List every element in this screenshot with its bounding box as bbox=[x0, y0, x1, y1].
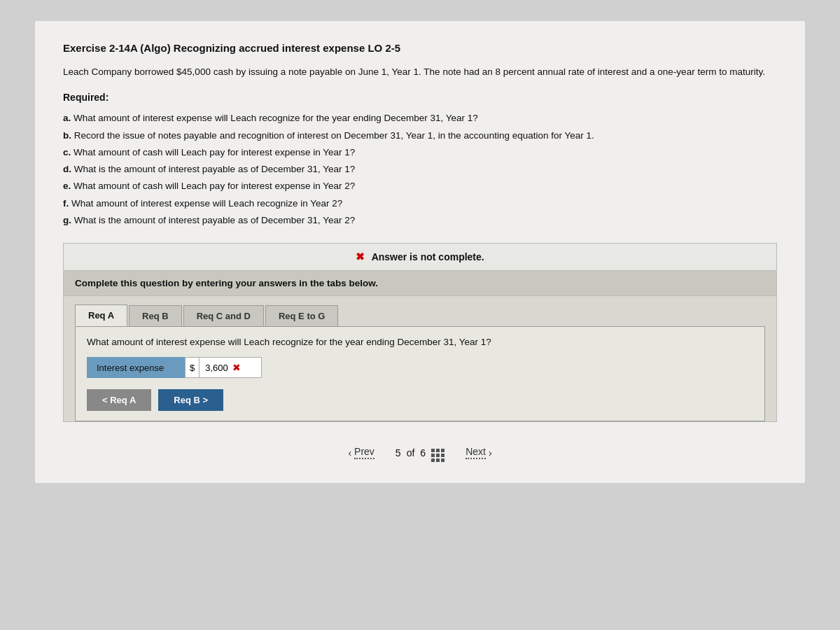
next-req-label: Req B > bbox=[174, 395, 208, 405]
page-info: 5 of 6 bbox=[396, 443, 444, 462]
tab-req-b[interactable]: Req B bbox=[129, 305, 182, 326]
req-f-text: f. What amount of interest expense will … bbox=[63, 195, 777, 212]
input-value: 3,600 bbox=[205, 363, 228, 373]
interest-expense-label: Interest expense bbox=[87, 357, 185, 378]
prev-arrow-icon: ‹ bbox=[348, 447, 351, 458]
requirements-list: a. What amount of interest expense will … bbox=[63, 110, 777, 229]
of-label: of bbox=[407, 447, 415, 458]
tab-req-eg-label: Req E to G bbox=[279, 311, 325, 321]
tab-req-cd-label: Req C and D bbox=[197, 311, 251, 321]
total-pages: 6 bbox=[420, 447, 426, 458]
nav-buttons: < Req A Req B > bbox=[87, 389, 753, 411]
grid-icon bbox=[431, 443, 444, 462]
next-page-link[interactable]: Next › bbox=[465, 446, 491, 459]
tab-req-a-label: Req A bbox=[88, 310, 114, 321]
input-row: Interest expense $ 3,600 ✖ bbox=[87, 357, 753, 378]
tab-req-eg[interactable]: Req E to G bbox=[265, 305, 338, 326]
prev-page-link[interactable]: ‹ Prev bbox=[348, 446, 374, 459]
prev-page-label: Prev bbox=[354, 446, 374, 459]
answer-status-text: Answer is not complete. bbox=[372, 251, 484, 262]
tab-content-area: What amount of interest expense will Lea… bbox=[75, 326, 765, 421]
req-e-text: e. What amount of cash will Leach pay fo… bbox=[63, 178, 777, 195]
clear-input-button[interactable]: ✖ bbox=[232, 362, 241, 373]
answer-box: ✖ Answer is not complete. Complete this … bbox=[63, 243, 777, 422]
complete-instruction: Complete this question by entering your … bbox=[64, 271, 776, 296]
req-d-text: d. What is the amount of interest payabl… bbox=[63, 161, 777, 178]
next-arrow-icon: › bbox=[489, 447, 492, 458]
tab-req-cd[interactable]: Req C and D bbox=[183, 305, 264, 326]
intro-text: Leach Company borrowed $45,000 cash by i… bbox=[63, 65, 777, 79]
tab-req-b-label: Req B bbox=[142, 311, 169, 321]
req-c-text: c. What amount of cash will Leach pay fo… bbox=[63, 144, 777, 161]
next-req-button[interactable]: Req B > bbox=[158, 389, 223, 411]
prev-req-button[interactable]: < Req A bbox=[87, 389, 151, 411]
tab-req-a[interactable]: Req A bbox=[75, 304, 127, 326]
req-b-text: b. Record the issue of notes payable and… bbox=[63, 127, 777, 144]
exercise-title: Exercise 2-14A (Algo) Recognizing accrue… bbox=[63, 42, 777, 54]
next-page-label: Next bbox=[465, 446, 486, 459]
status-x-icon: ✖ bbox=[356, 251, 365, 262]
answer-status-bar: ✖ Answer is not complete. bbox=[64, 244, 776, 271]
current-page: 5 bbox=[396, 447, 401, 458]
tab-question: What amount of interest expense will Lea… bbox=[87, 337, 753, 347]
page-container: Exercise 2-14A (Algo) Recognizing accrue… bbox=[35, 21, 805, 483]
required-label: Required: bbox=[63, 92, 777, 103]
req-a-text: a. What amount of interest expense will … bbox=[63, 110, 777, 127]
dollar-sign: $ bbox=[185, 357, 199, 378]
prev-req-label: < Req A bbox=[102, 395, 136, 405]
interest-expense-input[interactable]: 3,600 ✖ bbox=[199, 357, 262, 378]
tabs-row: Req A Req B Req C and D Req E to G bbox=[75, 304, 765, 326]
bottom-nav: ‹ Prev 5 of 6 Next › bbox=[63, 443, 777, 469]
tabs-section: Req A Req B Req C and D Req E to G What … bbox=[64, 296, 776, 421]
req-g-text: g. What is the amount of interest payabl… bbox=[63, 212, 777, 229]
